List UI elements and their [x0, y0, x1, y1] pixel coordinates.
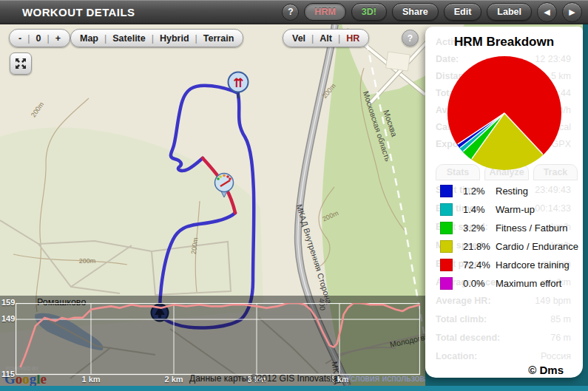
topbar: WORKOUT DETAILS ? HRM3D!ShareEditLabel ◀… — [0, 0, 588, 24]
legend-row-resting: 1.2%Resting — [440, 182, 578, 200]
pill-separator: | — [104, 33, 107, 44]
stat-row-value: 149 bpm — [535, 296, 571, 310]
hrm-legend: 1.2%Resting1.4%Warm-up3.2%Fitness / Fatb… — [440, 182, 578, 293]
legend-row-cardioendurance: 21.8%Cardio / Endurance — [440, 237, 578, 256]
legend-name: Fitness / Fatburn — [496, 222, 568, 234]
pill-separator: | — [195, 33, 197, 44]
legend-pct: 72.4% — [463, 259, 496, 271]
hr-line-series — [21, 303, 420, 367]
stat-row-label: Average HR: — [436, 296, 491, 310]
hrm-panel: Activity:Date:12 23:49Distance:5 kmTotal… — [425, 27, 583, 378]
copyright-label: © Dms — [528, 364, 564, 376]
legend-row-maximumeffort: 0.0%Maximum effort — [440, 274, 578, 293]
legend-swatch — [440, 203, 453, 216]
hrm-breakdown-title: HRM Breakdown — [425, 35, 583, 50]
legend-row-hardcoretraining: 72.4%Hardcore training — [440, 256, 578, 274]
pill-separator: | — [47, 33, 49, 44]
legend-name: Cardio / Endurance — [496, 241, 578, 252]
graph-mode-alt[interactable]: Alt — [320, 33, 332, 44]
legend-pct: 21.8% — [463, 241, 496, 252]
topbar-button-edit[interactable]: Edit — [444, 3, 482, 21]
legend-row-warmup: 1.4%Warm-up — [440, 200, 578, 219]
hr-graph-overlay: 159149115 1 km2 km3 km4 km Данные карты … — [0, 296, 425, 386]
page-title: WORKOUT DETAILS — [22, 6, 135, 18]
legend-name: Warm-up — [496, 204, 535, 215]
topbar-button-3d[interactable]: 3D! — [351, 3, 387, 21]
fullscreen-icon — [15, 58, 27, 69]
pill-separator: | — [152, 33, 154, 44]
stat-row-value: 85 m — [550, 314, 571, 329]
layer-terrain[interactable]: Terrain — [203, 33, 234, 44]
stat-row: Total climb:85 m — [436, 314, 571, 329]
legend-row-fitnessfatburn: 3.2%Fitness / Fatburn — [440, 219, 578, 237]
topbar-actions: ? HRM3D!ShareEditLabel ◀ ▶ — [282, 2, 582, 22]
ytick-159: 159 — [1, 298, 15, 307]
stat-row-label: Total descend: — [436, 333, 500, 347]
topbar-buttons: HRM3D!ShareEditLabel — [304, 3, 532, 21]
legend-pct: 0.0% — [463, 278, 496, 289]
legend-pct: 1.4% — [463, 204, 496, 215]
stat-row: Total descend:76 m — [436, 333, 571, 347]
legend-swatch — [440, 185, 453, 197]
fullscreen-button[interactable] — [10, 52, 32, 75]
xtick-1km: 1 km — [78, 375, 104, 384]
legend-swatch — [440, 240, 453, 253]
layer-map[interactable]: Map — [80, 33, 98, 44]
xtick-2km: 2 km — [161, 375, 186, 384]
ytick-115: 115 — [1, 370, 15, 378]
stat-row-label: Total climb: — [436, 314, 487, 329]
legend-name: Resting — [496, 186, 528, 197]
topbar-button-label[interactable]: Label — [487, 3, 532, 21]
map-help-button[interactable]: ? — [402, 30, 419, 47]
pill-separator: | — [311, 33, 314, 44]
help-button[interactable]: ? — [282, 4, 299, 21]
legend-name: Hardcore training — [496, 259, 570, 271]
layer-satelite[interactable]: Satelite — [112, 33, 145, 44]
graph-mode-control[interactable]: Vel|Alt|HR — [283, 29, 369, 47]
zoom-0[interactable]: 0 — [36, 33, 41, 44]
attribution-text: Данные карты ©2012 GIS Innovatsia - — [189, 373, 345, 384]
legend-name: Maximum effort — [496, 278, 561, 289]
graph-mode-vel[interactable]: Vel — [292, 33, 305, 44]
frame-right-strip — [583, 24, 588, 391]
zoom--[interactable]: - — [18, 33, 21, 44]
topbar-button-share[interactable]: Share — [392, 3, 439, 21]
frame-bottom-strip — [0, 386, 588, 391]
legend-pct: 3.2% — [463, 222, 496, 234]
pie-separators — [447, 56, 561, 170]
hr-graph — [16, 303, 420, 375]
map-attribution: Данные карты ©2012 GIS Innovatsia - Усло… — [189, 373, 444, 384]
stat-row: Average HR:149 bpm — [436, 296, 571, 310]
ytick-149: 149 — [1, 314, 15, 323]
pill-separator: | — [27, 33, 30, 44]
legend-swatch — [440, 277, 453, 290]
zoom-+[interactable]: + — [55, 33, 61, 44]
layer-control[interactable]: Map|Satelite|Hybrid|Terrain — [70, 29, 243, 47]
zoom-control[interactable]: -|0|+ — [9, 29, 70, 47]
finish-arrows-icon: ⇈ — [233, 76, 243, 90]
legend-swatch — [440, 259, 453, 271]
contour-label: 200m — [79, 257, 96, 265]
prev-workout-button[interactable]: ◀ — [537, 2, 557, 22]
legend-swatch — [440, 222, 453, 234]
topbar-button-hrm[interactable]: HRM — [304, 3, 345, 21]
stat-row-value: 76 m — [550, 333, 571, 347]
next-workout-button[interactable]: ▶ — [562, 2, 582, 22]
layer-hybrid[interactable]: Hybrid — [160, 33, 189, 44]
stat-row-label: Location: — [436, 351, 477, 366]
graph-mode-hr[interactable]: HR — [346, 33, 359, 44]
legend-pct: 1.2% — [463, 186, 496, 197]
pill-separator: | — [338, 33, 340, 44]
